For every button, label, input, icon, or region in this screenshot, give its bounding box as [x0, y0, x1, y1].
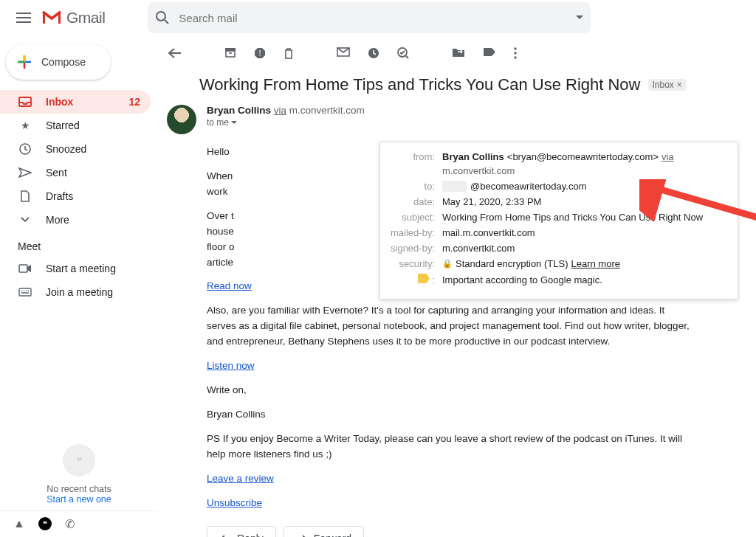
sidebar-item-snoozed[interactable]: Snoozed: [0, 137, 151, 161]
inbox-chip[interactable]: Inbox×: [648, 79, 687, 91]
sidebar-item-sent[interactable]: Sent: [0, 161, 151, 184]
sidebar-item-more[interactable]: More: [0, 208, 151, 232]
app-logo[interactable]: Gmail: [41, 9, 105, 27]
forward-button[interactable]: Forward: [284, 526, 364, 537]
file-icon: [18, 190, 32, 202]
message-toolbar: !: [158, 35, 741, 71]
task-icon[interactable]: [397, 47, 409, 59]
sidebar-item-inbox[interactable]: Inbox 12: [0, 90, 151, 114]
reply-icon: [219, 534, 231, 537]
hangouts-new-link[interactable]: Start a new one: [0, 494, 158, 505]
unsubscribe-link[interactable]: Unsubscribe: [207, 497, 262, 508]
menu-icon[interactable]: [6, 0, 41, 35]
svg-point-13: [514, 52, 516, 54]
archive-icon[interactable]: [224, 47, 236, 59]
spam-icon[interactable]: !: [254, 47, 266, 59]
lock-icon: 🔒: [442, 259, 453, 268]
video-icon: [18, 264, 32, 273]
sidebar-sent-label: Sent: [46, 167, 67, 179]
search-bar[interactable]: [148, 2, 591, 33]
svg-rect-1: [19, 97, 31, 106]
phone-tab-icon[interactable]: ✆: [65, 517, 75, 531]
app-name: Gmail: [66, 9, 105, 27]
sidebar-starred-label: Starred: [46, 119, 80, 131]
search-input[interactable]: [179, 12, 511, 24]
sidebar-item-starred[interactable]: ★ Starred: [0, 114, 151, 137]
star-icon: ★: [18, 119, 32, 131]
svg-point-12: [514, 47, 516, 49]
mark-unread-icon[interactable]: [337, 47, 350, 59]
sidebar-drafts-label: Drafts: [46, 190, 73, 202]
svg-rect-4: [19, 288, 31, 296]
leave-review-link[interactable]: Leave a review: [207, 473, 274, 484]
chip-close-icon[interactable]: ×: [677, 80, 682, 90]
to-me-dropdown[interactable]: to me: [207, 117, 365, 128]
chevron-down-icon: [18, 217, 32, 223]
sender-name: Bryan Collins: [207, 105, 271, 116]
reply-button[interactable]: Reply: [207, 526, 276, 537]
inbox-count: 12: [128, 96, 140, 108]
plus-icon: [16, 54, 32, 70]
sidebar-item-drafts[interactable]: Drafts: [0, 184, 151, 208]
listen-now-link[interactable]: Listen now: [207, 360, 255, 371]
hangouts-tabs: ▲ ❝ ✆: [0, 510, 158, 537]
message-details-card: from: Bryan Collins <bryan@becomeawriter…: [379, 142, 738, 299]
sidebar-inbox-label: Inbox: [46, 96, 73, 108]
caret-down-icon: [231, 121, 237, 125]
svg-rect-3: [19, 265, 27, 272]
sidebar-snoozed-label: Snoozed: [46, 143, 86, 155]
meet-join-label: Join a meeting: [46, 286, 113, 298]
more-icon[interactable]: [514, 47, 517, 59]
svg-text:!: !: [258, 49, 261, 58]
svg-point-0: [157, 12, 165, 21]
app-header: Gmail: [0, 0, 756, 35]
person-tab-icon[interactable]: ▲: [13, 517, 25, 531]
email-subject: Working From Home Tips and Tricks You Ca…: [199, 75, 641, 94]
search-icon[interactable]: [155, 10, 170, 25]
meet-header: Meet: [0, 232, 158, 257]
compose-button[interactable]: Compose: [6, 44, 111, 80]
forward-icon: [296, 534, 308, 537]
hangouts-widget: ❝ No recent chats Start a new one: [0, 444, 158, 510]
svg-rect-6: [226, 51, 235, 57]
meet-join[interactable]: Join a meeting: [0, 280, 158, 304]
hangouts-empty: No recent chats: [0, 484, 158, 494]
hangouts-icon: ❝: [63, 444, 95, 477]
delete-icon[interactable]: [284, 47, 294, 59]
meet-start[interactable]: Start a meeting: [0, 257, 158, 280]
learn-more-link[interactable]: Learn more: [571, 258, 619, 269]
chat-tab-icon[interactable]: ❝: [38, 517, 52, 530]
snooze-icon[interactable]: [368, 47, 379, 59]
label-icon[interactable]: [483, 47, 496, 59]
search-options-icon[interactable]: [576, 15, 583, 20]
keyboard-icon: [18, 288, 32, 297]
sidebar-more-label: More: [46, 214, 69, 226]
read-now-link[interactable]: Read now: [207, 280, 252, 291]
svg-point-14: [514, 56, 516, 58]
sender-line: Bryan Collins via m.convertkit.com: [207, 105, 365, 116]
clock-icon: [18, 143, 32, 155]
send-icon: [18, 167, 32, 178]
importance-icon: [418, 274, 430, 283]
back-icon[interactable]: [168, 48, 182, 58]
sidebar: Compose Inbox 12 ★ Starred Snoozed Sent …: [0, 35, 158, 537]
main-pane: ! Working From Home Tips and Tricks You …: [158, 35, 756, 537]
compose-label: Compose: [41, 56, 86, 68]
inbox-icon: [18, 97, 32, 107]
move-icon[interactable]: [452, 47, 465, 59]
meet-start-label: Start a meeting: [46, 263, 116, 274]
sender-avatar[interactable]: [167, 105, 196, 134]
